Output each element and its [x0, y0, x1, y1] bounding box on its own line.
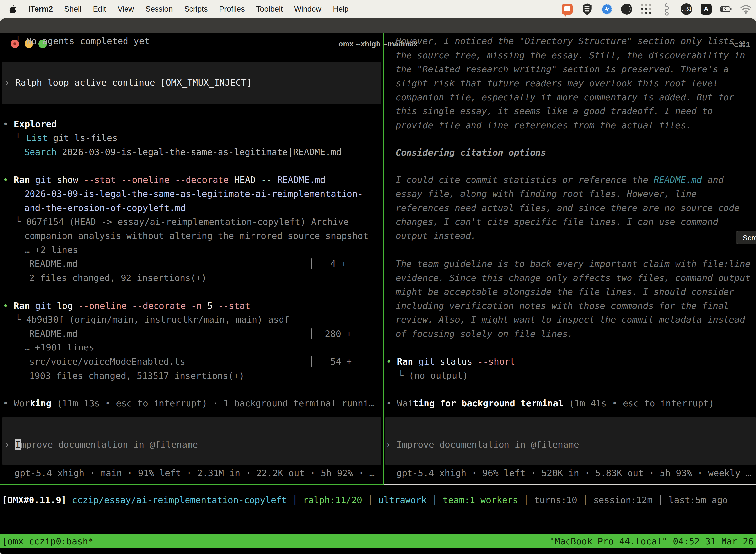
badge-61-icon[interactable]: ..61: [680, 3, 693, 15]
terminal-line: • Explored: [3, 117, 57, 131]
terminal-line: the "Related research writing" section i…: [396, 62, 729, 76]
terminal-line: src/voice/voiceModeEnabled.ts │ 54 +: [29, 355, 352, 369]
tmux-host-clock: "MacBook-Pro-44.local" 04:52 31-Mar-26: [549, 535, 754, 548]
menu-item-edit[interactable]: Edit: [93, 5, 106, 14]
terminal-line: However, I noticed the "Directory Struct…: [396, 34, 734, 48]
terminal-line: references need actual files, and since …: [396, 201, 740, 215]
badge-61-label: ..61: [681, 3, 692, 15]
squiggle-icon[interactable]: [660, 3, 673, 15]
terminal-line: └ No agents completed yet: [15, 34, 150, 48]
menu-bar: iTerm2ShellEditViewSessionScriptsProfile…: [0, 0, 756, 18]
terminal-line: provide file and line references from th…: [396, 118, 691, 132]
terminal-line: • Ran git log --oneline --decorate -n 5 …: [3, 299, 250, 313]
session-status-right: gpt-5.4 xhigh · 96% left · 520K in · 5.8…: [396, 466, 751, 480]
terminal-line: I could cite commit statistics or refere…: [396, 173, 723, 187]
terminal-line: • Ran git status --short: [386, 355, 515, 369]
terminal-line: └ List git ls-files: [15, 131, 118, 145]
menu-status-icons: ..61 A: [561, 3, 756, 15]
terminal-line: might be acceptable alongside the file l…: [396, 285, 734, 299]
menu-item-profiles[interactable]: Profiles: [219, 5, 245, 14]
tmux-status-bar: [omx-cczip0:bash* "MacBook-Pro-44.local"…: [0, 535, 756, 548]
pane-border-left: [0, 484, 383, 485]
apple-icon[interactable]: [9, 5, 17, 13]
menu-item-shell[interactable]: Shell: [64, 5, 81, 14]
terminal-line: slight risk that future readers may over…: [396, 76, 718, 90]
menu-item-scripts[interactable]: Scripts: [184, 5, 208, 14]
terminal-line: companion file, especially if more comme…: [396, 90, 734, 104]
blue-badge-icon[interactable]: [601, 3, 613, 15]
terminal-line: essay file, along with finding root file…: [396, 187, 697, 201]
terminal-line: └ (no output): [398, 369, 468, 383]
menu-item-iterm2[interactable]: iTerm2: [28, 5, 53, 14]
working-status-right: • Waiting for background terminal (1m 41…: [386, 396, 714, 410]
pane-divider: [383, 33, 384, 485]
terminal-line: the source tree, missing the essay. Stil…: [396, 48, 745, 62]
terminal-line: README.md │ 280 +: [29, 327, 352, 341]
menu-item-view[interactable]: View: [118, 5, 134, 14]
terminal-line: … +2 lines: [24, 243, 78, 257]
terminal-line: of focusing solely on file lines.: [396, 327, 573, 341]
working-status-left: • Working (11m 13s • esc to interrupt) ·…: [3, 396, 374, 410]
terminal-line: └ 4b9d30f (origin/main, instructkr/main,…: [15, 313, 290, 327]
terminal: └ No agents completed yet› Ralph loop ac…: [0, 0, 756, 554]
terminal-line: evidence. Since this change only affects…: [396, 271, 750, 285]
thinking-heading: Considering citation options: [396, 146, 546, 160]
terminal-line: └ 067f154 (HEAD -> essay/ai-reimplementa…: [15, 215, 349, 229]
screen-share-tooltip: Scre: [736, 231, 756, 244]
terminal-line: including verification notes with those …: [396, 299, 729, 313]
terminal-line: companion analysis without altering the …: [24, 229, 368, 243]
menu-item-help[interactable]: Help: [333, 5, 349, 14]
crescent-circle-icon[interactable]: [621, 3, 633, 15]
terminal-line: README.md │ 4 +: [29, 257, 346, 271]
menu-item-session[interactable]: Session: [145, 5, 173, 14]
inject-banner-text: › Ralph loop active continue [OMX_TMUX_I…: [4, 76, 252, 90]
dots-grid-icon[interactable]: [640, 3, 653, 15]
terminal-line: output instead.: [396, 229, 476, 243]
terminal-line: The team guideline is to back every impo…: [396, 257, 750, 271]
menu-item-toolbelt[interactable]: Toolbelt: [256, 5, 283, 14]
screen-record-chat-icon[interactable]: [561, 3, 573, 15]
prompt-input-right[interactable]: › Improve documentation in @filename: [386, 438, 579, 451]
terminal-line: review. Also, I might want to inspect th…: [396, 313, 745, 327]
wifi-icon[interactable]: [740, 3, 752, 15]
terminal-line: Search 2026-03-09-is-legal-the-same-as-l…: [24, 145, 341, 159]
terminal-line: and-the-erosion-of-copyleft.md: [24, 201, 186, 215]
terminal-line: 2 files changed, 92 insertions(+): [29, 271, 207, 285]
terminal-line: this single essay, it seems like a good …: [396, 104, 713, 118]
terminal-line: 2026-03-09-is-legal-the-same-as-legitima…: [24, 187, 363, 201]
shield-keypad-icon[interactable]: [581, 3, 593, 15]
battery-icon[interactable]: [720, 3, 732, 15]
session-status-left: gpt-5.4 xhigh · main · 91% left · 2.31M …: [14, 466, 375, 480]
terminal-line: • Ran git show --stat --oneline --decora…: [3, 173, 326, 187]
tmux-session-name: [omx-cczip0:bash*: [2, 535, 93, 548]
terminal-line: 1903 files changed, 513517 insertions(+): [29, 369, 244, 383]
input-source-label: A: [701, 4, 712, 15]
pane-border-right: [384, 484, 756, 485]
prompt-input-left[interactable]: › Improve documentation in @filename: [4, 438, 198, 451]
terminal-line: changes, I can't cite specific file line…: [396, 215, 718, 229]
terminal-line: … +1901 lines: [24, 340, 94, 354]
omx-status-bar: [OMX#0.11.9] cczip/essay/ai-reimplementa…: [2, 493, 728, 507]
menu-items: iTerm2ShellEditViewSessionScriptsProfile…: [0, 5, 349, 14]
input-source-icon[interactable]: A: [700, 3, 712, 15]
menu-item-window[interactable]: Window: [294, 5, 321, 14]
